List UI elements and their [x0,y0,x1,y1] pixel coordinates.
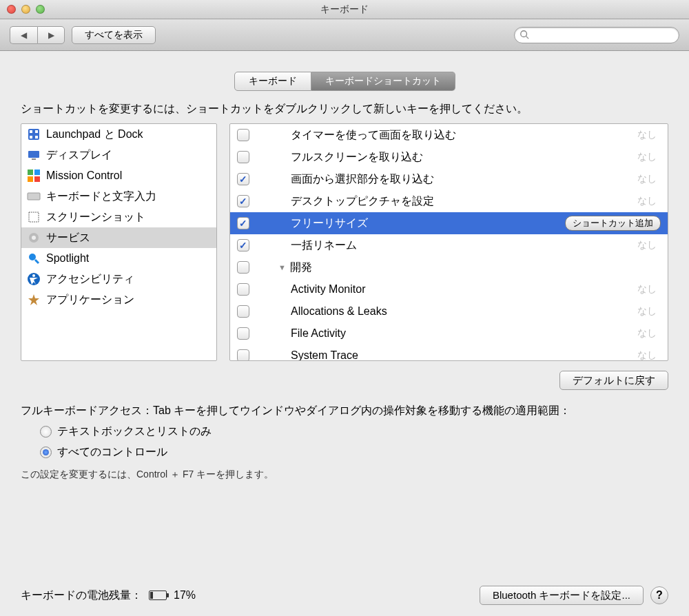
checkbox[interactable] [237,305,249,318]
tab-keyboard[interactable]: キーボード [234,72,311,91]
search-input[interactable] [514,27,679,43]
shortcut-label: System Trace [291,349,629,361]
shortcut-value[interactable]: なし [637,305,661,318]
category-label: アクセシビリティ [46,272,134,287]
shortcut-item[interactable]: フルスクリーンを取り込むなし [230,146,668,168]
checkbox[interactable] [237,327,249,340]
shortcut-label: Activity Monitor [291,283,629,296]
shortcut-group[interactable]: ▼開発 [230,256,668,278]
shortcut-value[interactable]: なし [637,151,661,163]
applications-icon [27,293,41,307]
category-item[interactable]: Mission Control [21,165,216,186]
checkbox[interactable] [237,129,249,141]
svg-rect-3 [30,130,32,133]
battery-label: キーボードの電池残量： [21,588,142,603]
shortcut-value[interactable]: なし [637,239,661,251]
checkbox[interactable] [237,349,249,361]
shortcut-label: 画面から選択部分を取り込む [291,172,629,187]
category-list[interactable]: Launchpad と DockディスプレイMission Controlキーボ… [21,123,217,361]
shortcut-list[interactable]: タイマーを使って画面を取り込むなしフルスクリーンを取り込むなし画面から選択部分を… [229,123,668,361]
shortcut-value[interactable]: なし [637,195,661,207]
svg-rect-14 [29,212,39,222]
screenshot-icon [27,210,41,224]
shortcut-item[interactable]: フリーリサイズショートカット追加 [230,212,668,234]
bluetooth-setup-button[interactable]: Bluetooth キーボードを設定... [480,586,644,605]
category-item[interactable]: サービス [21,227,216,248]
svg-rect-11 [28,176,33,182]
shortcut-value[interactable]: なし [637,327,661,340]
help-button[interactable]: ? [650,586,668,604]
checkbox[interactable] [237,283,249,296]
checkbox[interactable] [237,239,249,251]
tab-keyboard-shortcuts[interactable]: キーボードショートカット [311,72,455,91]
forward-button[interactable]: ▶ [37,26,65,44]
mission-icon [27,169,41,183]
svg-point-16 [32,236,36,240]
shortcut-value[interactable]: なし [637,173,661,185]
services-icon [27,231,41,245]
shortcut-item[interactable]: Activity Monitorなし [230,278,668,300]
category-item[interactable]: スクリーンショット [21,207,216,227]
shortcut-item[interactable]: File Activityなし [230,322,668,345]
svg-rect-7 [28,151,39,158]
group-label: 開発 [290,260,312,275]
back-button[interactable]: ◀ [10,26,37,44]
checkbox[interactable] [237,195,249,207]
checkbox[interactable] [237,217,249,229]
restore-defaults-button[interactable]: デフォルトに戻す [559,371,668,390]
svg-point-0 [521,30,527,37]
radio-label: テキストボックスとリストのみ [57,423,212,440]
keyboard-icon [27,189,41,203]
window-title: キーボード [0,3,689,16]
launchpad-icon [27,127,41,141]
checkbox[interactable] [237,261,249,274]
toolbar: ◀ ▶ すべてを表示 [0,19,689,51]
shortcut-item[interactable]: デスクトップピクチャを設定なし [230,190,668,212]
category-label: キーボードと文字入力 [46,189,156,204]
shortcut-item[interactable]: タイマーを使って画面を取り込むなし [230,124,668,146]
spotlight-icon [27,251,41,265]
category-item[interactable]: ディスプレイ [21,145,216,165]
svg-line-18 [35,260,39,263]
shortcut-label: File Activity [291,327,629,340]
keyboard-access-section: フルキーボードアクセス：Tab キーを押してウインドウやダイアログ内の操作対象を… [21,402,668,482]
category-item[interactable]: キーボードと文字入力 [21,186,216,207]
battery-percent: 17% [174,589,196,602]
radio-text-and-lists[interactable]: テキストボックスとリストのみ [40,423,668,440]
category-label: スクリーンショット [46,210,145,225]
shortcut-value[interactable]: なし [637,283,661,296]
category-label: Launchpad と Dock [46,127,143,142]
category-item[interactable]: アクセシビリティ [21,269,216,289]
checkbox[interactable] [237,173,249,185]
svg-rect-9 [28,170,33,175]
radio-all-controls[interactable]: すべてのコントロール [40,444,668,460]
svg-rect-5 [30,136,32,138]
battery-icon [149,591,167,600]
checkbox[interactable] [237,151,249,163]
shortcut-item[interactable]: Allocations & Leaksなし [230,300,668,322]
show-all-button[interactable]: すべてを表示 [72,26,156,44]
accessibility-icon [27,272,41,286]
add-shortcut-button[interactable]: ショートカット追加 [565,216,661,231]
instruction-text: ショートカットを変更するには、ショートカットをダブルクリックして新しいキーを押し… [21,102,668,116]
shortcut-item[interactable]: 一括リネームなし [230,234,668,256]
svg-rect-6 [35,136,38,138]
shortcut-label: フルスクリーンを取り込む [291,150,629,165]
category-item[interactable]: Launchpad と Dock [21,124,216,145]
category-item[interactable]: Spotlight [21,248,216,269]
svg-rect-10 [34,170,40,175]
shortcut-label: デスクトップピクチャを設定 [291,194,629,209]
tab-bar: キーボード キーボードショートカット [21,72,668,91]
svg-rect-4 [35,130,38,133]
shortcut-item[interactable]: System Traceなし [230,345,668,361]
display-icon [27,148,41,162]
search-icon [520,30,529,39]
disclosure-triangle-icon[interactable]: ▼ [278,263,286,271]
shortcut-value[interactable]: なし [637,129,661,141]
category-item[interactable]: アプリケーション [21,289,216,310]
category-label: アプリケーション [46,293,134,307]
shortcut-value[interactable]: なし [637,349,661,361]
category-label: サービス [46,231,90,245]
shortcut-item[interactable]: 画面から選択部分を取り込むなし [230,168,668,190]
svg-rect-12 [34,176,40,182]
